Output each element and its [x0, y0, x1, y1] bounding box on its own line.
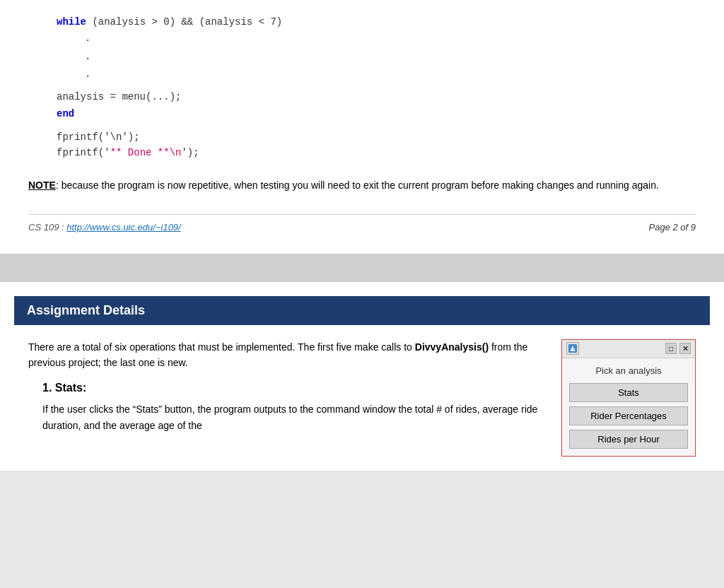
fprintf2-pink: ** Done **\n: [110, 147, 182, 158]
assignment-header: Assignment Details: [14, 296, 710, 325]
code-dots: . . .: [28, 30, 696, 83]
keyword-end: end: [57, 108, 74, 119]
page-1-content: while (analysis > 0) && (analysis < 7) .…: [0, 0, 724, 254]
page-number: Page 2 of 9: [649, 222, 696, 233]
code-fprintf2: fprintf('** Done **\n');: [28, 145, 696, 160]
dialog-titlebar: □ ✕: [562, 340, 695, 358]
intro-text: There are a total of six operations that…: [28, 339, 547, 371]
app-icon-svg: [568, 343, 578, 353]
dialog-controls: □ ✕: [665, 343, 691, 354]
page-footer: CS 109 : http://www.cs.uic.edu/~i109/ Pa…: [28, 214, 696, 233]
intro-first: There are a total of six operations that…: [28, 341, 527, 368]
dialog-minimize-button[interactable]: □: [665, 343, 677, 354]
dialog-stats-button[interactable]: Stats: [569, 383, 688, 402]
close-icon: ✕: [682, 344, 689, 353]
assignment-title: Assignment Details: [27, 303, 145, 317]
dialog-rider-percentages-button[interactable]: Rider Percentages: [569, 406, 688, 425]
dialog-app-icon: [566, 342, 579, 355]
page-2-content: Assignment Details There are a total of …: [0, 282, 724, 471]
code-dot-1: .: [85, 30, 696, 47]
note-label: NOTE: [28, 180, 56, 191]
dialog-title-text: Pick an analysis: [569, 365, 688, 376]
stats-heading: 1. Stats:: [42, 382, 547, 394]
fprintf2-pre: fprintf(': [57, 147, 110, 158]
stats-body: If the user clicks the “Stats” button, t…: [42, 401, 547, 433]
stats-body-text: If the user clicks the “Stats” button, t…: [42, 404, 537, 430]
dialog-close-button[interactable]: ✕: [679, 343, 691, 354]
code-line-end: end: [28, 106, 696, 122]
dialog-rides-per-hour-button[interactable]: Rides per Hour: [569, 430, 688, 449]
content-with-dialog: There are a total of six operations that…: [14, 339, 710, 457]
page-gap: [0, 254, 724, 282]
minimize-icon: □: [669, 345, 673, 353]
code-dot-3: .: [85, 66, 696, 83]
dialog-body: Pick an analysis Stats Rider Percentages…: [562, 358, 695, 456]
code-line-while-rest: (analysis > 0) && (analysis < 7): [86, 16, 282, 28]
footer-left: CS 109 : http://www.cs.uic.edu/~i109/: [28, 222, 181, 233]
main-content: There are a total of six operations that…: [28, 339, 547, 434]
divvy-analysis-bold: DivvyAnalysis(): [415, 341, 489, 353]
footer-link[interactable]: http://www.cs.uic.edu/~i109/: [66, 222, 181, 233]
note-text: because the program is now repetitive, w…: [59, 180, 659, 191]
footer-cs-label: CS 109 :: [28, 222, 66, 233]
code-fprintf1: fprintf('\n');: [28, 129, 696, 145]
code-block: while (analysis > 0) && (analysis < 7) .…: [28, 14, 696, 161]
code-line-while: while (analysis > 0) && (analysis < 7): [28, 14, 696, 30]
code-line-analysis: analysis = menu(...);: [28, 89, 696, 105]
keyword-while: while: [57, 16, 86, 28]
dialog-window: □ ✕ Pick an analysis Stats Rider Percent…: [561, 339, 696, 457]
fprintf2-post: ');: [181, 147, 199, 158]
code-dot-2: .: [85, 48, 696, 66]
note-section: NOTE: because the program is now repetit…: [28, 178, 696, 193]
